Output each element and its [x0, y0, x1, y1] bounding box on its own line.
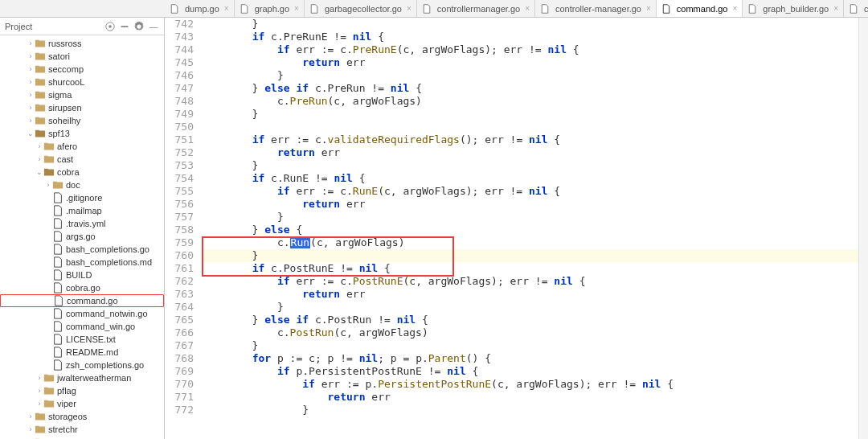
code-line[interactable]: } — [202, 159, 868, 172]
code-line[interactable]: return err — [202, 198, 868, 211]
code-line[interactable]: } — [202, 108, 868, 121]
code-line[interactable]: c.PostRun(c, argWoFlags) — [202, 326, 868, 339]
code-editor[interactable]: 7427437447457467477487497507517527537547… — [165, 18, 868, 439]
tree-item-afero[interactable]: ›afero — [0, 140, 164, 153]
code-line[interactable]: } else if c.PostRun != nil { — [202, 314, 868, 326]
tree-item-cobra[interactable]: ⌄cobra — [0, 166, 164, 178]
code-line[interactable]: c.Run(c, argWoFlags) — [202, 236, 868, 249]
code-line[interactable]: for p := c; p != nil; p = p.Parent() { — [202, 352, 868, 365]
tree-item-pflag[interactable]: ›pflag — [0, 384, 164, 397]
tree-item-command-go[interactable]: command.go — [0, 294, 164, 307]
close-icon[interactable]: × — [646, 4, 651, 13]
tree-item-shurcooL[interactable]: ›shurcooL — [0, 76, 164, 88]
tree-item--gitignore[interactable]: .gitignore — [0, 191, 164, 204]
tree-item-stretchr[interactable]: ›stretchr — [0, 423, 164, 436]
expand-arrow-icon[interactable]: › — [35, 387, 43, 395]
collapse-icon[interactable] — [119, 21, 130, 32]
code-area[interactable]: } if c.PreRunE != nil { if err := c.PreR… — [202, 18, 868, 439]
tree-item-jwalterweatherman[interactable]: ›jwalterweatherman — [0, 371, 164, 384]
expand-arrow-icon[interactable]: ⌄ — [35, 168, 43, 176]
close-icon[interactable]: × — [294, 4, 299, 13]
close-icon[interactable]: × — [525, 4, 530, 13]
expand-arrow-icon[interactable]: › — [27, 117, 35, 125]
hide-icon[interactable]: — — [148, 21, 159, 32]
code-line[interactable]: } else if c.PreRun != nil { — [202, 82, 868, 95]
tab-graph-go[interactable]: graph.go× — [235, 0, 305, 18]
code-line[interactable]: if p.PersistentPostRunE != nil { — [202, 365, 868, 378]
close-icon[interactable]: × — [833, 4, 838, 13]
tab-core-go[interactable]: core.go× — [844, 0, 868, 18]
tree-item-LICENSE-txt[interactable]: LICENSE.txt — [0, 333, 164, 346]
tree-item-command-notwin-go[interactable]: command_notwin.go — [0, 307, 164, 320]
expand-arrow-icon[interactable]: › — [27, 104, 35, 112]
code-line[interactable]: } — [202, 249, 868, 262]
tree-item-bash-completions-md[interactable]: bash_completions.md — [0, 256, 164, 269]
tree-item-args-go[interactable]: args.go — [0, 230, 164, 243]
expand-arrow-icon[interactable]: › — [27, 425, 35, 433]
code-line[interactable]: } — [202, 404, 868, 416]
target-icon[interactable] — [104, 21, 116, 32]
tree-item-sirupsen[interactable]: ›sirupsen — [0, 101, 164, 114]
code-line[interactable]: } — [202, 301, 868, 314]
project-tool-window-header[interactable]: Project — — [0, 18, 164, 35]
tree-item--travis-yml[interactable]: .travis.yml — [0, 217, 164, 230]
code-line[interactable]: if c.RunE != nil { — [202, 172, 868, 185]
tree-item-syndtr[interactable]: ›syndtr — [0, 436, 164, 439]
code-line[interactable]: } — [202, 339, 868, 352]
expand-arrow-icon[interactable]: › — [44, 181, 52, 189]
code-line[interactable]: return err — [202, 288, 868, 301]
tree-item-satori[interactable]: ›satori — [0, 50, 164, 63]
tree-item-spf13[interactable]: ⌄spf13 — [0, 127, 164, 140]
expand-arrow-icon[interactable]: › — [27, 91, 35, 99]
tree-item-README-md[interactable]: README.md — [0, 346, 164, 359]
tab-garbagecollector-go[interactable]: garbagecollector.go× — [305, 0, 417, 18]
expand-arrow-icon[interactable]: › — [27, 39, 35, 47]
expand-arrow-icon[interactable]: › — [27, 65, 35, 73]
tree-item-storageos[interactable]: ›storageos — [0, 410, 164, 423]
tree-item-cast[interactable]: ›cast — [0, 153, 164, 166]
code-line[interactable]: return err — [202, 56, 868, 69]
code-line[interactable]: } — [202, 69, 868, 82]
tab-graph_builder-go[interactable]: graph_builder.go× — [743, 0, 844, 18]
code-line[interactable]: } — [202, 18, 868, 31]
expand-arrow-icon[interactable]: › — [27, 412, 35, 421]
tab-controllermanager-go[interactable]: controllermanager.go× — [417, 0, 535, 18]
tree-item-russross[interactable]: ›russross — [0, 37, 164, 50]
code-line[interactable]: if err := c.RunE(c, argWoFlags); err != … — [202, 185, 868, 198]
expand-arrow-icon[interactable]: › — [35, 400, 43, 408]
close-icon[interactable]: × — [732, 4, 737, 13]
code-line[interactable]: if c.PreRunE != nil { — [202, 31, 868, 43]
expand-arrow-icon[interactable]: › — [27, 52, 35, 60]
project-tree[interactable]: ›russross›satori›seccomp›shurcooL›sigma›… — [0, 35, 164, 439]
tree-item-sigma[interactable]: ›sigma — [0, 88, 164, 101]
tree-item-cobra-go[interactable]: cobra.go — [0, 281, 164, 294]
tree-item-seccomp[interactable]: ›seccomp — [0, 63, 164, 76]
tree-item--mailmap[interactable]: .mailmap — [0, 204, 164, 217]
tree-item-BUILD[interactable]: BUILD — [0, 269, 164, 281]
expand-arrow-icon[interactable]: › — [35, 142, 43, 150]
code-line[interactable]: if err := c.validateRequiredFlags(); err… — [202, 133, 868, 146]
code-line[interactable]: } else { — [202, 224, 868, 236]
expand-arrow-icon[interactable]: › — [35, 374, 43, 382]
gear-icon[interactable] — [133, 21, 145, 32]
code-line[interactable]: if c.PostRunE != nil { — [202, 262, 868, 275]
tab-dump-go[interactable]: dump.go× — [165, 0, 235, 18]
expand-arrow-icon[interactable]: › — [27, 78, 35, 86]
close-icon[interactable]: × — [407, 4, 411, 13]
tree-item-zsh-completions-go[interactable]: zsh_completions.go — [0, 359, 164, 371]
tree-item-command-win-go[interactable]: command_win.go — [0, 320, 164, 333]
expand-arrow-icon[interactable]: › — [35, 155, 43, 163]
tree-item-viper[interactable]: ›viper — [0, 397, 164, 410]
tree-item-bash-completions-go[interactable]: bash_completions.go — [0, 243, 164, 256]
tab-controller-manager-go[interactable]: controller-manager.go× — [535, 0, 657, 18]
close-icon[interactable]: × — [224, 4, 229, 13]
code-line[interactable]: if err := c.PostRunE(c, argWoFlags); err… — [202, 275, 868, 288]
tree-item-soheilhy[interactable]: ›soheilhy — [0, 114, 164, 127]
code-line[interactable]: return err — [202, 391, 868, 404]
code-line[interactable]: if err := p.PersistentPostRunE(c, argWoF… — [202, 378, 868, 391]
expand-arrow-icon[interactable]: ⌄ — [27, 129, 35, 137]
code-line[interactable]: if err := c.PreRunE(c, argWoFlags); err … — [202, 43, 868, 56]
code-line[interactable]: return err — [202, 146, 868, 159]
tab-command-go[interactable]: command.go× — [657, 0, 743, 18]
code-line[interactable] — [202, 121, 868, 133]
